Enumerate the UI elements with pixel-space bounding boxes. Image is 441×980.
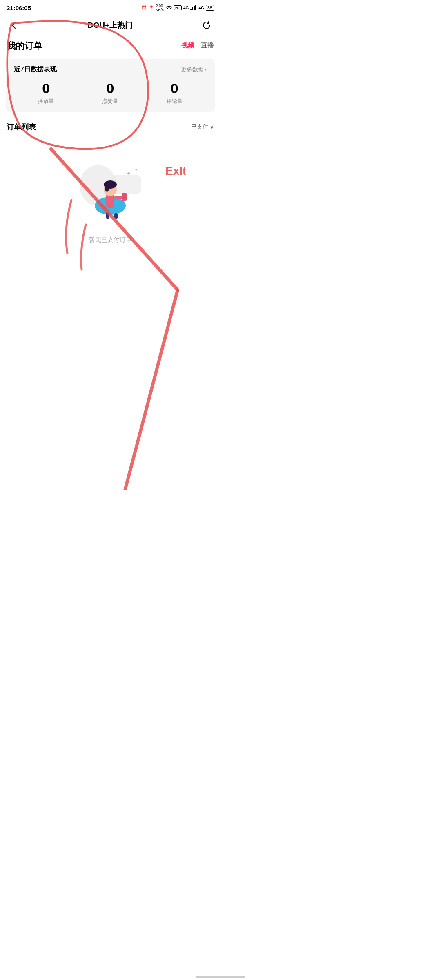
tab-live[interactable]: 直播 xyxy=(201,41,214,51)
chevron-right-icon: › xyxy=(205,67,207,73)
page-wrapper: 21:06:05 ⏰ 📍 2.00KB/S HD 4G xyxy=(0,0,220,490)
stat-plays: 0 播放量 xyxy=(38,81,54,105)
4g-icon-1: 4G xyxy=(183,6,189,10)
4g-icon-2: 4G xyxy=(198,6,204,10)
svg-text:✦: ✦ xyxy=(127,171,131,176)
nav-bar: DOU+上热门 xyxy=(0,15,220,36)
stats-row: 0 播放量 0 点赞量 0 评论量 xyxy=(14,81,207,105)
svg-rect-7 xyxy=(106,212,109,219)
stats-card: 近7日数据表现 更多数据 › 0 播放量 0 点赞量 0 评论量 xyxy=(6,59,215,112)
svg-rect-11 xyxy=(122,193,127,201)
stat-likes: 0 点赞量 xyxy=(102,81,118,105)
order-section-title: 订单列表 xyxy=(7,122,36,132)
stat-plays-label: 播放量 xyxy=(38,98,54,105)
battery-icon: 38 xyxy=(206,5,214,11)
stat-likes-value: 0 xyxy=(107,81,114,95)
signal-bars xyxy=(190,5,197,10)
stats-card-label: 近7日数据表现 xyxy=(14,65,57,74)
order-filter-label: 已支付 xyxy=(191,123,208,131)
empty-state: ✦ ✦ 暂无已支付订单 xyxy=(0,136,220,256)
chevron-down-icon: ∨ xyxy=(210,124,214,130)
svg-rect-0 xyxy=(190,9,192,10)
page-title: 我的订单 xyxy=(7,40,42,52)
tab-group: 视频 直播 xyxy=(181,41,214,51)
svg-point-14 xyxy=(105,183,109,192)
more-data-button[interactable]: 更多数据 › xyxy=(181,66,207,74)
stat-comments-value: 0 xyxy=(171,81,178,95)
order-filter-button[interactable]: 已支付 ∨ xyxy=(191,123,214,131)
order-section-header: 订单列表 已支付 ∨ xyxy=(0,117,220,136)
stat-likes-label: 点赞量 xyxy=(102,98,118,105)
svg-text:✦: ✦ xyxy=(135,168,138,172)
status-icons: ⏰ 📍 2.00KB/S HD 4G 4G xyxy=(141,4,214,12)
nav-title: DOU+上热门 xyxy=(88,20,133,31)
refresh-button[interactable] xyxy=(199,18,214,33)
back-button[interactable] xyxy=(7,18,21,33)
stat-comments-label: 评论量 xyxy=(167,98,183,105)
wifi-icon xyxy=(166,5,172,10)
hd-badge: HD xyxy=(174,5,182,10)
location-icon: 📍 xyxy=(149,5,154,11)
alarm-icon: ⏰ xyxy=(141,5,147,11)
svg-rect-2 xyxy=(194,6,195,10)
network-speed: 2.00KB/S xyxy=(156,4,165,12)
svg-line-18 xyxy=(94,290,178,490)
svg-rect-3 xyxy=(195,5,196,10)
empty-text: 暂无已支付订单 xyxy=(89,236,132,244)
svg-rect-1 xyxy=(192,7,193,10)
tab-video[interactable]: 视频 xyxy=(181,41,194,51)
stats-card-header: 近7日数据表现 更多数据 › xyxy=(14,65,207,74)
stat-plays-value: 0 xyxy=(42,81,50,95)
stat-comments: 0 评论量 xyxy=(167,81,183,105)
page-header: 我的订单 视频 直播 xyxy=(0,36,220,56)
status-bar: 21:06:05 ⏰ 📍 2.00KB/S HD 4G xyxy=(0,0,220,15)
status-time: 21:06:05 xyxy=(7,4,31,11)
empty-illustration: ✦ ✦ xyxy=(74,153,147,226)
svg-rect-8 xyxy=(114,213,118,219)
